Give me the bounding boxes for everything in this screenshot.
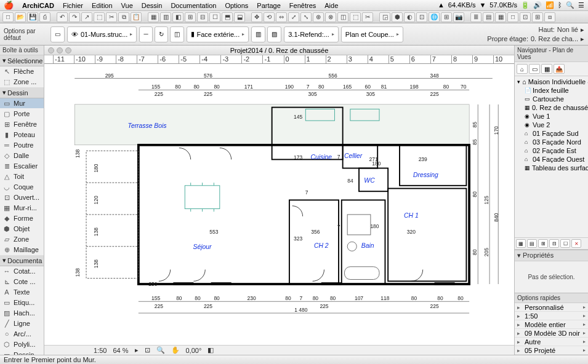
nav-item[interactable]: ▦0. Rez de chaussée bbox=[516, 103, 587, 112]
nav-item[interactable]: ⌂02 Façade Est bbox=[516, 146, 587, 155]
tb-open-icon[interactable]: 📂 bbox=[15, 12, 26, 22]
tool-dalle[interactable]: ◇Dalle bbox=[0, 151, 44, 161]
zoom-in-icon[interactable]: 🔍 bbox=[156, 346, 165, 354]
geom-2-button[interactable]: ↻ bbox=[155, 26, 168, 42]
refend-dropdown[interactable]: 3.1-Refend:... ▸ bbox=[284, 26, 339, 42]
volume-icon[interactable]: 🔊 bbox=[533, 1, 542, 9]
toolbox-select-header[interactable]: ▾Sélectionne bbox=[0, 55, 44, 66]
tb-t4-icon[interactable]: ⊞ bbox=[185, 12, 196, 22]
tb-copy-icon[interactable]: ⧉ bbox=[118, 12, 129, 22]
tool-forme[interactable]: ◆Forme bbox=[0, 213, 44, 224]
wifi-icon[interactable]: 📶 bbox=[546, 1, 554, 9]
tb-plot-icon[interactable]: ⎙ bbox=[39, 12, 50, 22]
nav-btn3-icon[interactable]: ⊞ bbox=[538, 239, 548, 248]
menu-aide[interactable]: Aide bbox=[324, 2, 338, 9]
tb-v3-icon[interactable]: ▦ bbox=[495, 12, 506, 22]
geom-3-button[interactable]: ◫ bbox=[170, 26, 184, 42]
nav-btn5-icon[interactable]: ☐ bbox=[560, 239, 570, 248]
face-dropdown[interactable]: ▮ Face extérie... ▸ bbox=[187, 26, 249, 42]
tb-m3-icon[interactable]: ⇔ bbox=[276, 12, 287, 22]
tool-ligne[interactable]: ╱Ligne bbox=[0, 318, 44, 329]
nav-btn-del-icon[interactable]: ✕ bbox=[571, 239, 581, 248]
navigator-tree[interactable]: ▾⌂ Maison Individuelle - E 📄Index feuill… bbox=[515, 76, 588, 237]
toolbox-documenta-header[interactable]: ▾Documenta bbox=[0, 255, 44, 266]
tb-marquee-icon[interactable]: ⬚ bbox=[94, 12, 105, 22]
nav-item[interactable]: ⌂03 Façade Nord bbox=[516, 138, 587, 146]
tool-cote[interactable]: ⊾Cote ... bbox=[0, 277, 44, 287]
tb-new-icon[interactable]: □ bbox=[2, 12, 14, 22]
menu-dessin[interactable]: Dessin bbox=[142, 2, 163, 9]
quickopts-title[interactable]: Options rapides bbox=[515, 293, 588, 303]
tool-poutre[interactable]: ═Poutre bbox=[0, 140, 44, 151]
tb-m9-icon[interactable]: ⬚ bbox=[350, 12, 361, 22]
menu-vue[interactable]: Vue bbox=[121, 2, 133, 9]
tb-m2-icon[interactable]: ⟲ bbox=[264, 12, 275, 22]
wall-icon-button[interactable]: ▭ bbox=[50, 26, 65, 42]
tb-t1-icon[interactable]: ▦ bbox=[148, 12, 159, 22]
zoom-window-icon[interactable] bbox=[65, 47, 71, 53]
tb-3d6-icon[interactable]: ⊞ bbox=[441, 12, 452, 22]
toolbox-dessin-header[interactable]: ▾Dessin bbox=[0, 87, 44, 98]
geom-1-button[interactable]: ─ bbox=[139, 26, 152, 42]
tool-mur[interactable]: ▭Mur bbox=[0, 98, 44, 109]
tb-3d1-icon[interactable]: ◲ bbox=[379, 12, 390, 22]
nav-item[interactable]: ⌂01 Façade Sud bbox=[516, 129, 587, 138]
tb-cut-icon[interactable]: ✂ bbox=[106, 12, 117, 22]
quickopt-row[interactable]: ▸05 Projeté▸ bbox=[515, 346, 588, 355]
min-window-icon[interactable] bbox=[57, 47, 63, 53]
menu-partage[interactable]: Partage bbox=[257, 2, 281, 9]
nav-root[interactable]: ▾⌂ Maison Individuelle - E bbox=[516, 77, 587, 86]
tb-t3-icon[interactable]: ◧ bbox=[172, 12, 183, 22]
tb-v7-icon[interactable]: ⧈ bbox=[544, 12, 555, 22]
tb-paste-icon[interactable]: 📋 bbox=[131, 12, 142, 22]
quickopt-row[interactable]: ▸Modèle entier▸ bbox=[515, 320, 588, 329]
tool-texte[interactable]: ATexte bbox=[0, 287, 44, 298]
etage-value[interactable]: 0. Rez de cha... bbox=[531, 35, 578, 42]
spotlight-icon[interactable]: 🔍 bbox=[566, 1, 574, 9]
menu-fenetres[interactable]: Fenêtres bbox=[289, 2, 316, 9]
quickopt-row[interactable]: ▸Personnalisé▸ bbox=[515, 303, 588, 312]
tool-murri[interactable]: ▦Mur-ri... bbox=[0, 203, 44, 213]
nav-item[interactable]: ◉Vue 1 bbox=[516, 112, 587, 121]
drawing-canvas[interactable]: 295 576 556 348 155 80 80 80 171 190 7 8… bbox=[44, 64, 514, 345]
menu-fichier[interactable]: Fichier bbox=[63, 2, 83, 9]
tb-m7-icon[interactable]: ⊗ bbox=[325, 12, 336, 22]
nav-item[interactable]: ▭Cartouche bbox=[516, 95, 587, 103]
tb-m4-icon[interactable]: ⤢ bbox=[288, 12, 299, 22]
menu-edition[interactable]: Edition bbox=[92, 2, 113, 9]
tb-t6-icon[interactable]: ☐ bbox=[209, 12, 220, 22]
props-title[interactable]: ▾ Propriétés bbox=[515, 250, 588, 261]
layer-dropdown[interactable]: 👁 01-Murs.struc... ▸ bbox=[67, 26, 137, 42]
bt-icon[interactable]: ᛒ bbox=[558, 1, 562, 9]
nav-tab-layouts-icon[interactable]: ▦ bbox=[541, 64, 552, 74]
tb-undo-icon[interactable]: ↶ bbox=[57, 12, 68, 22]
notif-icon[interactable]: ☰ bbox=[578, 1, 584, 9]
tool-ouvert[interactable]: ⊡Ouvert... bbox=[0, 192, 44, 203]
tb-m6-icon[interactable]: ⊕ bbox=[313, 12, 324, 22]
tool-fentre[interactable]: ⊞Fenêtre bbox=[0, 119, 44, 130]
tb-v4-icon[interactable]: □ bbox=[507, 12, 518, 22]
tool-polyli[interactable]: ⬡Polyli... bbox=[0, 339, 44, 350]
scale-value[interactable]: 1:50 bbox=[94, 347, 107, 354]
nav-item[interactable]: ▦Tableau des surfaces bbox=[516, 164, 587, 172]
tool-flche[interactable]: ↖Flèche bbox=[0, 66, 44, 77]
tool-coque[interactable]: ◡Coque bbox=[0, 182, 44, 192]
app-name[interactable]: ArchiCAD bbox=[22, 2, 54, 9]
fit-icon[interactable]: ⊡ bbox=[145, 346, 150, 354]
pan-icon[interactable]: ✋ bbox=[171, 346, 180, 354]
tb-redo-icon[interactable]: ↷ bbox=[69, 12, 80, 22]
tb-v1-icon[interactable]: ≣ bbox=[470, 12, 481, 22]
options-default-label[interactable]: Options par défaut bbox=[4, 28, 48, 41]
nav-btn4-icon[interactable]: ⊟ bbox=[549, 239, 559, 248]
tool-zone[interactable]: ⬚Zone ... bbox=[0, 77, 44, 87]
tool-arc[interactable]: ○Arc/... bbox=[0, 329, 44, 339]
tb-t7-icon[interactable]: ⬒ bbox=[222, 12, 233, 22]
angle-value[interactable]: 0,00° bbox=[186, 347, 202, 354]
tb-t5-icon[interactable]: ⊟ bbox=[197, 12, 208, 22]
tool-maillage[interactable]: ⊕Maillage bbox=[0, 245, 44, 255]
struct-1-button[interactable]: ▥ bbox=[251, 26, 265, 42]
tool-hach[interactable]: ▨Hach... bbox=[0, 308, 44, 318]
nav-btn1-icon[interactable]: ▦ bbox=[516, 239, 526, 248]
quickopt-row[interactable]: ▸Autre▸ bbox=[515, 338, 588, 346]
quickopt-row[interactable]: ▸09 Modèle 3D noir▸ bbox=[515, 329, 588, 338]
